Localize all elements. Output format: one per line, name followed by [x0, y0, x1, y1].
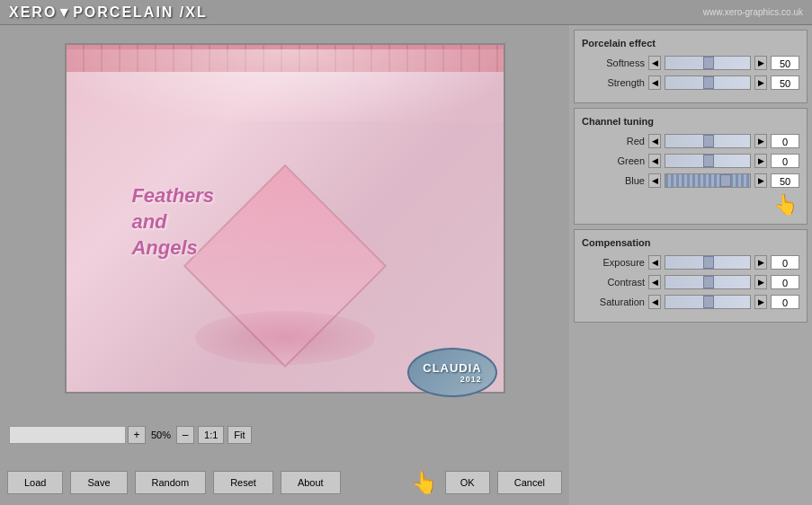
saturation-label: Saturation [582, 297, 645, 307]
zoom-plus-button[interactable]: + [128, 426, 146, 444]
hand-cursor-icon: 👆 [773, 193, 798, 217]
exposure-left-arrow[interactable]: ◀ [648, 255, 661, 270]
exposure-row: Exposure ◀ ▶ 0 [582, 255, 799, 270]
red-value[interactable]: 0 [771, 134, 799, 148]
exposure-right-arrow[interactable]: ▶ [754, 255, 767, 270]
strength-slider[interactable] [665, 75, 751, 90]
zoom-1to1-button[interactable]: 1:1 [198, 426, 224, 444]
exposure-label: Exposure [582, 257, 645, 268]
strength-value[interactable]: 50 [771, 75, 799, 90]
blue-left-arrow[interactable]: ◀ [648, 173, 661, 188]
zoom-level: 50% [151, 430, 171, 440]
zoom-minus-button[interactable]: – [176, 426, 194, 444]
titlebar: XERO▼PORCELAIN /XL www.xero-graphics.co.… [0, 0, 812, 25]
compensation-panel: Compensation Exposure ◀ ▶ 0 Contrast ◀ ▶ [574, 229, 808, 323]
about-button[interactable]: About [281, 471, 341, 494]
blue-channel-row: Blue ◀ ▶ 50 [582, 173, 799, 188]
softness-slider[interactable] [665, 56, 751, 70]
main-content: Feathers and Angels CLAUDIA 2012 + 50% –… [0, 25, 812, 505]
website-label: www.xero-graphics.co.uk [703, 7, 803, 17]
cancel-button[interactable]: Cancel [497, 471, 562, 494]
green-left-arrow[interactable]: ◀ [648, 154, 661, 168]
app-title: XERO▼PORCELAIN /XL [9, 4, 208, 21]
floral-decoration [195, 311, 375, 365]
hand-icon-area: 👆 [582, 193, 799, 217]
preview-image-container: Feathers and Angels [65, 43, 505, 394]
softness-row: Softness ◀ ▶ 50 [582, 56, 799, 70]
load-button[interactable]: Load [7, 471, 63, 494]
ok-button[interactable]: OK [445, 471, 490, 494]
green-slider[interactable] [665, 154, 751, 168]
strength-thumb[interactable] [703, 76, 714, 89]
preview-image: Feathers and Angels [67, 45, 504, 392]
bottom-bar: + 50% – 1:1 Fit [0, 423, 569, 447]
green-label: Green [582, 155, 645, 166]
softness-label: Softness [582, 58, 645, 68]
contrast-slider[interactable] [665, 275, 751, 289]
red-thumb[interactable] [703, 135, 714, 147]
blue-label: Blue [582, 175, 645, 186]
saturation-value[interactable]: 0 [771, 295, 799, 309]
softness-value[interactable]: 50 [771, 56, 799, 70]
contrast-right-arrow[interactable]: ▶ [754, 275, 767, 289]
feather-decoration [67, 49, 504, 121]
preview-text: Feathers and Angels [131, 183, 214, 261]
red-left-arrow[interactable]: ◀ [648, 134, 661, 148]
strength-left-arrow[interactable]: ◀ [648, 75, 661, 90]
green-thumb[interactable] [703, 155, 714, 167]
blue-value[interactable]: 50 [771, 173, 799, 188]
reset-button[interactable]: Reset [213, 471, 273, 494]
blue-right-arrow[interactable]: ▶ [754, 173, 767, 188]
porcelain-effect-panel: Porcelain effect Softness ◀ ▶ 50 Strengt… [574, 30, 808, 103]
action-bar: Load Save Random Reset About 👆 OK Cancel [0, 469, 569, 496]
blue-slider[interactable] [665, 173, 751, 188]
strength-right-arrow[interactable]: ▶ [754, 75, 767, 90]
channel-tuning-title: Channel tuning [582, 116, 799, 127]
strength-row: Strength ◀ ▶ 50 [582, 75, 799, 90]
saturation-left-arrow[interactable]: ◀ [648, 295, 661, 309]
contrast-value[interactable]: 0 [771, 275, 799, 289]
saturation-right-arrow[interactable]: ▶ [754, 295, 767, 309]
softness-left-arrow[interactable]: ◀ [648, 56, 661, 70]
save-button[interactable]: Save [70, 471, 127, 494]
red-right-arrow[interactable]: ▶ [754, 134, 767, 148]
red-slider[interactable] [665, 134, 751, 148]
contrast-row: Contrast ◀ ▶ 0 [582, 275, 799, 289]
claudia-watermark: CLAUDIA 2012 [407, 348, 497, 397]
contrast-thumb[interactable] [703, 276, 714, 288]
saturation-slider[interactable] [665, 295, 751, 309]
softness-thumb[interactable] [703, 57, 714, 69]
green-value[interactable]: 0 [771, 154, 799, 168]
red-channel-row: Red ◀ ▶ 0 [582, 134, 799, 148]
softness-right-arrow[interactable]: ▶ [754, 56, 767, 70]
canvas-area: Feathers and Angels CLAUDIA 2012 + 50% –… [0, 25, 569, 505]
compensation-title: Compensation [582, 237, 799, 248]
green-channel-row: Green ◀ ▶ 0 [582, 154, 799, 168]
random-button[interactable]: Random [135, 471, 207, 494]
saturation-row: Saturation ◀ ▶ 0 [582, 295, 799, 309]
saturation-thumb[interactable] [703, 296, 714, 308]
porcelain-effect-title: Porcelain effect [582, 38, 799, 49]
contrast-left-arrow[interactable]: ◀ [648, 275, 661, 289]
exposure-slider[interactable] [665, 255, 751, 270]
contrast-label: Contrast [582, 277, 645, 288]
zoom-fit-button[interactable]: Fit [228, 426, 251, 444]
zoom-slider-input[interactable] [9, 426, 126, 444]
exposure-thumb[interactable] [703, 256, 714, 269]
exposure-value[interactable]: 0 [771, 255, 799, 270]
right-panel: Porcelain effect Softness ◀ ▶ 50 Strengt… [569, 25, 812, 505]
blue-thumb[interactable] [720, 174, 731, 187]
hand-pointer-icon: 👆 [411, 470, 438, 495]
green-right-arrow[interactable]: ▶ [754, 154, 767, 168]
channel-tuning-panel: Channel tuning Red ◀ ▶ 0 Green ◀ ▶ 0 [574, 108, 808, 225]
red-label: Red [582, 136, 645, 146]
strength-label: Strength [582, 77, 645, 88]
